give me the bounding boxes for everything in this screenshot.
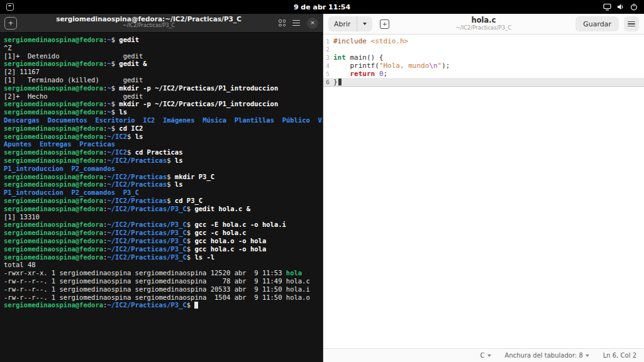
terminal-line: sergiomedinaospina@fedora:~/IC2/Practica… [4,156,319,165]
terminal-line: Descargas Documentos Escritorio IC2 Imág… [4,116,319,124]
language-selector[interactable]: C [480,352,491,359]
open-recent-chevron[interactable] [357,16,372,31]
terminal-header-bar: + sergiomedinaospina@fedora:~/IC2/Practi… [0,14,323,33]
document-path: ~/IC2/Practicas/P3_C [399,25,569,31]
terminal-line: ^Z [4,44,319,52]
open-button[interactable]: Abrir [328,16,357,31]
terminal-line: sergiomedinaospina@fedora:~/IC2/Practica… [4,301,319,309]
terminal-line: [2] 11167 [4,68,319,76]
code-line: 1#include <stdio.h> [323,37,644,45]
tabs-overview-icon[interactable] [279,19,286,26]
terminal-line: sergiomedinaospina@fedora:~$ gedit & [4,60,319,68]
new-tab-icon: + [380,19,389,29]
hamburger-menu-icon [628,21,635,27]
terminal-line: sergiomedinaospina@fedora:~/IC2$ ls [4,133,319,141]
code-line: 3int main() { [323,53,644,62]
line-number: 1 [323,37,333,45]
editor-header-actions: Guardar [575,16,639,31]
power-icon [630,3,638,11]
terminal-output-area[interactable]: sergiomedinaospina@fedora:~$ gedit^Z[1]+… [0,33,323,362]
terminal-line: Apuntes Entregas Practicas [4,140,319,148]
terminal-line: sergiomedinaospina@fedora:~/IC2/Practica… [4,221,319,229]
terminal-menu-icon[interactable] [292,20,300,26]
line-number: 4 [323,62,333,70]
line-number: 2 [323,45,333,53]
terminal-line: [1] Terminado (killed) gedit [4,76,319,84]
tab-width-selector[interactable]: Anchura del tabulador: 8 [505,352,589,359]
terminal-line: [1] 13310 [4,213,319,221]
editor-status-bar: C Anchura del tabulador: 8 Ln 6, Col 2 [323,348,644,362]
terminal-line: sergiomedinaospina@fedora:~$ gedit [4,36,319,44]
code-editing-area[interactable]: 1#include <stdio.h>23int main() {4 print… [323,35,644,348]
terminal-line: sergiomedinaospina@fedora:~$ ls [4,108,319,116]
terminal-line: sergiomedinaospina@fedora:~/IC2/Practica… [4,205,319,213]
terminal-line: -rwxr-xr-x. 1 sergiomedinaospina sergiom… [4,269,319,277]
open-split-button: Abrir [328,16,372,31]
editor-menu-button[interactable] [624,16,639,31]
cursor-position-button[interactable]: Ln 6, Col 2 [603,352,636,359]
terminal-line: sergiomedinaospina@fedora:~/IC2/Practica… [4,245,319,253]
language-label: C [480,352,485,359]
terminal-line: [1]+ Detenido gedit [4,52,319,60]
cursor-position-label: Ln 6, Col 2 [603,352,636,359]
terminal-subtitle-text: ~/IC2/Practicas/P3_C [38,23,260,28]
clock[interactable]: 9 de abr 11:54 [0,0,644,14]
code-line: 4 printf("Hola, mundo\n"); [323,62,644,70]
terminal-line: total 48 [4,261,319,269]
line-number: 6 [323,78,333,86]
document-title: hola.c [399,16,569,25]
editor-header-bar: Abrir + hola.c ~/IC2/Practicas/P3_C Guar… [323,14,644,35]
code-line: 5 return 0; [323,70,644,78]
save-button[interactable]: Guardar [575,16,619,31]
terminal-line: -rw-r--r--. 1 sergiomedinaospina sergiom… [4,285,319,293]
terminal-line: sergiomedinaospina@fedora:~$ mkdir -p ~/… [4,100,319,108]
terminal-window: + sergiomedinaospina@fedora:~/IC2/Practi… [0,14,323,362]
terminal-line: sergiomedinaospina@fedora:~$ mkdir -p ~/… [4,84,319,92]
terminal-title-text: sergiomedinaospina@fedora:~/IC2/Practica… [38,15,260,23]
terminal-title: sergiomedinaospina@fedora:~/IC2/Practica… [38,15,260,28]
code-line: 2 [323,45,644,53]
terminal-line: sergiomedinaospina@fedora:~$ cd IC2 [4,124,319,133]
terminal-line: -rw-r--r--. 1 sergiomedinaospina sergiom… [4,293,319,302]
chevron-down-icon [363,23,367,25]
terminal-line: P1_introduccion P2_comandos [4,165,319,173]
editor-title: hola.c ~/IC2/Practicas/P3_C [399,16,569,31]
terminal-line: sergiomedinaospina@fedora:~/IC2/Practica… [4,197,319,205]
screen-share-icon [603,3,611,11]
line-number: 3 [323,53,333,62]
terminal-close-icon[interactable]: × [307,18,318,29]
chevron-down-icon [586,354,589,357]
code-line: 6} [323,78,644,87]
editor-new-tab-button[interactable]: + [377,16,392,31]
terminal-line: sergiomedinaospina@fedora:~/IC2/Practica… [4,237,319,245]
terminal-line: sergiomedinaospina@fedora:~/IC2/Practica… [4,173,319,181]
terminal-line: sergiomedinaospina@fedora:~/IC2$ cd Prac… [4,148,319,156]
terminal-line: [2]+ Hecho gedit [4,92,319,101]
terminal-new-tab-button[interactable]: + [4,17,17,30]
desktop: 9 de abr 11:54 + sergiomedinaospina@fedo… [0,0,644,362]
terminal-line: sergiomedinaospina@fedora:~/IC2/Practica… [4,180,319,189]
terminal-line: P1_introduccion P2_comandos P3_C [4,189,319,197]
volume-icon [617,3,625,11]
terminal-header-actions: × [279,18,318,29]
text-editor-window: Abrir + hola.c ~/IC2/Practicas/P3_C Guar… [323,14,644,362]
terminal-line: -rw-r--r--. 1 sergiomedinaospina sergiom… [4,277,319,285]
tab-width-label: Anchura del tabulador: 8 [505,352,583,359]
terminal-line: sergiomedinaospina@fedora:~/IC2/Practica… [4,229,319,237]
terminal-line: sergiomedinaospina@fedora:~/IC2/Practica… [4,253,319,261]
system-status-area[interactable] [603,0,638,14]
gnome-top-bar: 9 de abr 11:54 [0,0,644,14]
chevron-down-icon [487,354,491,357]
text-cursor [338,79,341,85]
line-number: 5 [323,70,333,78]
